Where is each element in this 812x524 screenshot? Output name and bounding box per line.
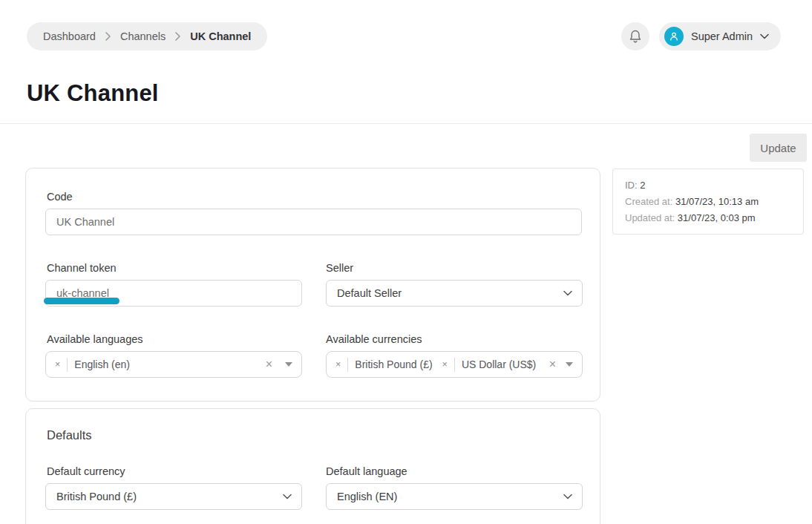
created-at-label: Created at: — [625, 196, 672, 207]
updated-at-value: 31/07/23, 0:03 pm — [678, 212, 756, 223]
chevron-right-icon — [175, 32, 180, 41]
available-currencies-multiselect[interactable]: × British Pound (£) × US Dollar (US$) × — [326, 351, 583, 378]
chip-label: British Pound (£) — [355, 358, 432, 370]
default-currency-select[interactable]: British Pound (£) — [45, 483, 302, 510]
default-language-value: English (EN) — [337, 491, 397, 502]
available-languages-label: Available languages — [47, 333, 143, 345]
default-currency-value: British Pound (£) — [56, 491, 137, 502]
default-language-select[interactable]: English (EN) — [326, 483, 583, 510]
code-input[interactable] — [45, 209, 582, 235]
seller-label: Seller — [326, 262, 353, 274]
page-title: UK Channel — [27, 80, 159, 107]
dropdown-caret-icon[interactable] — [285, 362, 292, 367]
chip-label: English (en) — [74, 358, 130, 370]
id-label: ID: — [625, 180, 638, 191]
chevron-right-icon — [105, 32, 111, 41]
defaults-card: Defaults Default currency British Pound … — [25, 408, 600, 524]
bell-icon — [629, 29, 642, 44]
update-button[interactable]: Update — [750, 134, 807, 162]
clear-all-icon[interactable]: × — [266, 358, 272, 370]
info-row-updated: Updated at: 31/07/23, 0:03 pm — [625, 210, 791, 226]
chevron-down-icon — [563, 290, 572, 296]
currency-chip: × British Pound (£) — [335, 358, 433, 372]
created-at-value: 31/07/23, 10:13 am — [675, 196, 759, 207]
seller-select[interactable]: Default Seller — [326, 280, 583, 307]
chip-divider — [67, 358, 68, 372]
available-languages-multiselect[interactable]: × English (en) × — [45, 351, 302, 378]
chevron-down-icon — [283, 494, 292, 500]
person-icon — [669, 31, 679, 42]
remove-chip-icon[interactable]: × — [442, 360, 448, 370]
info-row-id: ID: 2 — [625, 177, 791, 194]
user-menu-button[interactable]: Super Admin — [659, 22, 781, 50]
available-currencies-label: Available currencies — [326, 333, 422, 345]
id-value: 2 — [640, 180, 645, 191]
breadcrumb-dashboard[interactable]: Dashboard — [43, 30, 96, 42]
remove-chip-icon[interactable]: × — [55, 360, 60, 370]
chip-label: US Dollar (US$) — [462, 358, 536, 370]
breadcrumb: Dashboard Channels UK Channel — [27, 22, 267, 50]
updated-at-label: Updated at: — [625, 212, 675, 223]
chevron-down-icon — [563, 494, 572, 500]
defaults-section-title: Defaults — [47, 428, 92, 442]
language-chip: × English (en) — [55, 358, 130, 372]
code-label: Code — [47, 191, 73, 203]
top-bar-actions: Super Admin — [621, 22, 781, 50]
default-language-label: Default language — [326, 465, 407, 477]
header-divider — [0, 123, 812, 124]
clear-all-icon[interactable]: × — [549, 358, 556, 370]
breadcrumb-channels[interactable]: Channels — [120, 30, 166, 42]
breadcrumb-current: UK Channel — [190, 30, 251, 42]
top-bar: Dashboard Channels UK Channel — [27, 22, 781, 50]
currency-chip: × US Dollar (US$) — [442, 358, 537, 372]
info-row-created: Created at: 31/07/23, 10:13 am — [625, 194, 791, 210]
chip-divider — [454, 358, 455, 372]
dropdown-caret-icon[interactable] — [566, 362, 573, 367]
entity-info-panel: ID: 2 Created at: 31/07/23, 10:13 am Upd… — [612, 168, 804, 235]
chevron-down-icon — [760, 33, 769, 39]
channel-token-label: Channel token — [47, 262, 117, 274]
channel-form-card: Code Channel token Seller Default Seller… — [25, 168, 600, 402]
chip-divider — [347, 358, 348, 372]
token-highlight-bar — [44, 298, 119, 304]
default-currency-label: Default currency — [47, 465, 125, 477]
avatar — [664, 27, 684, 46]
notifications-button[interactable] — [621, 22, 649, 50]
user-name: Super Admin — [691, 30, 753, 42]
seller-select-value: Default Seller — [337, 287, 402, 299]
remove-chip-icon[interactable]: × — [335, 360, 341, 370]
